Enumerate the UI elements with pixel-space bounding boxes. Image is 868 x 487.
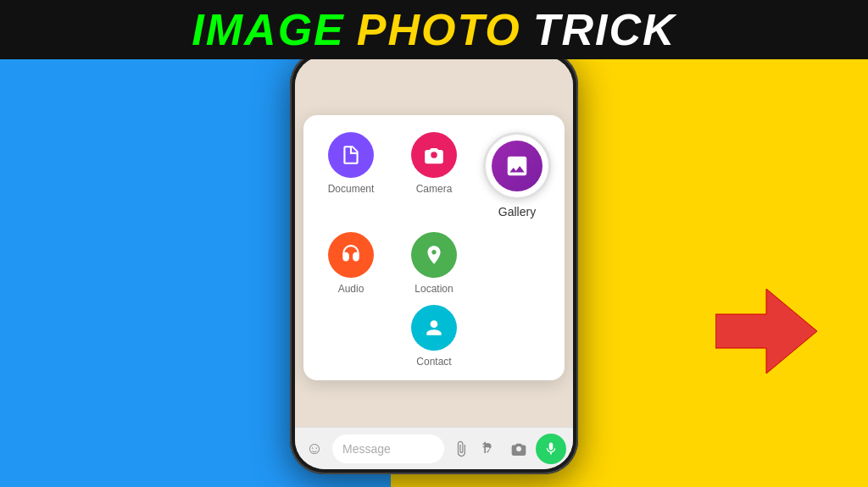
phone-wrapper: Document Camera — [290, 51, 578, 474]
audio-svg — [340, 244, 362, 266]
phone-outer: Document Camera — [290, 51, 578, 474]
arrow-svg — [715, 289, 817, 374]
title-photo: PHOTO — [357, 4, 521, 55]
input-bar: ☺ Message — [295, 427, 573, 469]
camera-svg — [423, 144, 445, 166]
contact-svg — [423, 317, 445, 339]
title-image: IMAGE — [192, 4, 344, 55]
rupee-icon — [481, 440, 498, 457]
gallery-circle-outer — [483, 132, 551, 200]
mic-button[interactable] — [536, 434, 566, 464]
contact-icon-bg — [411, 305, 457, 351]
gallery-svg — [504, 153, 530, 179]
chat-area: Document Camera — [295, 56, 573, 427]
attachment-gallery[interactable]: Gallery — [483, 132, 551, 219]
paperclip-icon — [453, 440, 470, 457]
message-placeholder: Message — [342, 442, 391, 456]
attachment-camera[interactable]: Camera — [411, 132, 457, 219]
camera-icon-bg — [411, 132, 457, 178]
attachment-audio[interactable]: Audio — [328, 232, 374, 295]
audio-label: Audio — [338, 283, 364, 295]
title-trick: TRICK — [533, 4, 676, 55]
audio-icon-bg — [328, 232, 374, 278]
phone-screen: Document Camera — [295, 56, 573, 469]
document-svg — [340, 144, 362, 166]
location-label: Location — [415, 283, 453, 295]
document-icon-bg — [328, 132, 374, 178]
camera-button[interactable] — [507, 437, 531, 461]
attachment-contact[interactable]: Contact — [411, 305, 457, 368]
contact-label: Contact — [416, 356, 451, 368]
attachment-grid: Document Camera — [316, 132, 552, 295]
camera-label: Camera — [416, 183, 453, 195]
camera-toolbar-icon — [510, 440, 527, 457]
document-label: Document — [328, 183, 375, 195]
location-icon-bg — [411, 232, 457, 278]
title-bar: IMAGE PHOTO TRICK — [0, 0, 868, 59]
red-arrow — [715, 289, 817, 377]
gallery-icon-bg — [492, 141, 542, 191]
attachment-location[interactable]: Location — [411, 232, 457, 295]
attachment-document[interactable]: Document — [328, 132, 375, 219]
location-svg — [423, 244, 445, 266]
mic-icon — [543, 441, 559, 457]
message-input-box[interactable]: Message — [332, 434, 444, 463]
attachment-popup: Document Camera — [303, 115, 565, 380]
emoji-button[interactable]: ☺ — [302, 436, 327, 462]
gallery-label: Gallery — [498, 205, 536, 219]
rupee-button[interactable] — [478, 437, 502, 461]
attachment-button[interactable] — [449, 437, 473, 461]
svg-marker-0 — [715, 289, 817, 374]
